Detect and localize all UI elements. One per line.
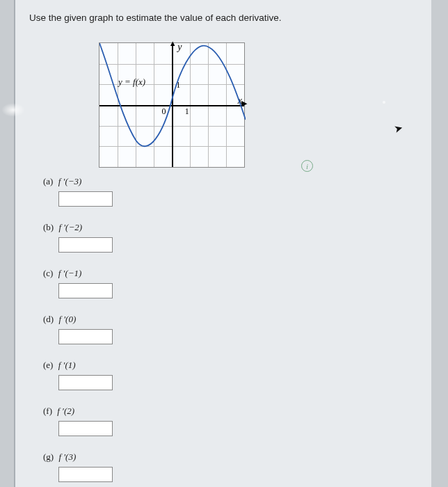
part-label: (c) f ′(−1)	[43, 268, 417, 279]
part-label: (f) f ′(2)	[43, 406, 417, 417]
answer-input-e[interactable]	[58, 375, 113, 390]
part-label: (e) f ′(1)	[43, 360, 417, 371]
answer-input-d[interactable]	[58, 329, 113, 344]
part-label: (d) f ′(0)	[43, 314, 417, 325]
part-label: (g) f ′(3)	[43, 452, 417, 463]
part-b: (b) f ′(−2)	[43, 222, 417, 253]
figure-container: y x 0 1 1 y = f(x) ▲ ▶	[29, 42, 417, 168]
answer-input-g[interactable]	[58, 467, 113, 482]
camera-flare	[1, 103, 25, 117]
part-f: (f) f ′(2)	[43, 406, 417, 436]
parts-list: (a) f ′(−3) (b) f ′(−2) (c) f ′(−1) (d) …	[43, 176, 417, 482]
part-c: (c) f ′(−1)	[43, 268, 417, 298]
instruction-text: Use the given graph to estimate the valu…	[29, 13, 417, 23]
graph-figure: y x 0 1 1 y = f(x) ▲ ▶	[99, 42, 245, 168]
curve-plot	[99, 43, 246, 168]
part-g: (g) f ′(3)	[43, 452, 417, 482]
info-icon[interactable]: i	[301, 160, 313, 172]
speck	[383, 101, 385, 104]
answer-input-a[interactable]	[58, 191, 113, 207]
part-e: (e) f ′(1)	[43, 360, 417, 390]
part-label: (a) f ′(−3)	[43, 176, 417, 187]
part-d: (d) f ′(0)	[43, 314, 417, 344]
worksheet-page: Use the given graph to estimate the valu…	[14, 0, 431, 487]
part-label: (b) f ′(−2)	[43, 222, 417, 233]
answer-input-b[interactable]	[58, 237, 113, 253]
answer-input-f[interactable]	[58, 421, 113, 436]
part-a: (a) f ′(−3)	[43, 176, 417, 207]
answer-input-c[interactable]	[58, 283, 113, 298]
